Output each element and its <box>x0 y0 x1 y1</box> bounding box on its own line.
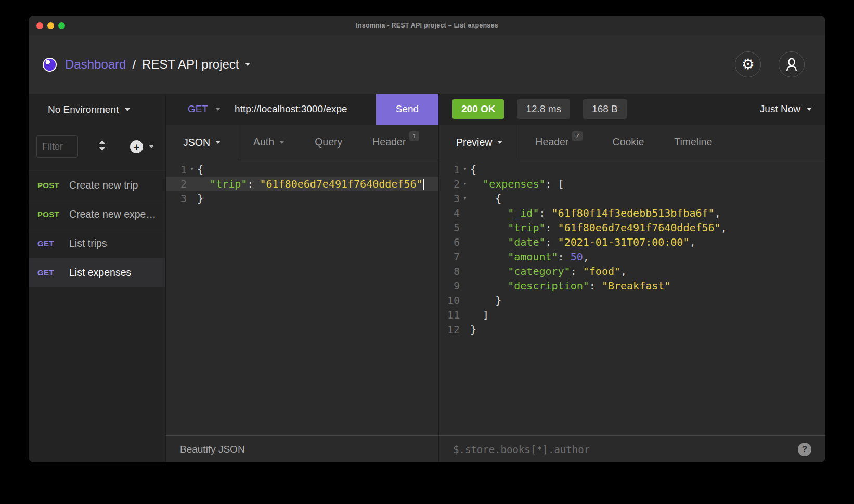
tab-header[interactable]: Header7 <box>520 125 597 160</box>
tab-auth[interactable]: Auth <box>238 125 300 160</box>
main-content: No Environment + POSTCreate new tripPOST… <box>29 94 825 462</box>
tab-header[interactable]: Header1 <box>357 125 434 160</box>
request-name: Create new trip <box>69 179 138 191</box>
line-number: 9 <box>439 278 460 293</box>
code-line-3[interactable]: 3} <box>166 191 438 206</box>
help-button[interactable]: ? <box>798 443 811 456</box>
sidebar-toolbar: + <box>29 126 165 167</box>
user-icon <box>785 58 798 72</box>
chevron-down-icon <box>215 108 221 111</box>
response-footer: ? <box>439 435 825 462</box>
line-number: 6 <box>439 235 460 249</box>
code-line-5[interactable]: 5 "trip": "61f80e6d7e491f7640ddef56", <box>439 220 825 235</box>
code-text: { <box>470 191 501 206</box>
request-item-create-new-expe-[interactable]: POSTCreate new expe… <box>29 200 165 229</box>
code-text: { <box>470 162 476 177</box>
sort-icon[interactable] <box>98 140 107 153</box>
chevron-down-icon[interactable] <box>245 63 250 66</box>
fold-gutter <box>460 206 470 220</box>
tab-json[interactable]: JSON <box>166 125 238 160</box>
fold-caret-icon[interactable]: ▾ <box>460 191 470 206</box>
fold-gutter <box>460 293 470 308</box>
environment-selector[interactable]: No Environment <box>29 94 165 126</box>
tab-preview[interactable]: Preview <box>439 125 520 160</box>
add-request-control[interactable]: + <box>130 140 154 153</box>
response-body-viewer[interactable]: 1▾{2▾ "expenses": [3▾ {4 "_id": "61f80f1… <box>439 160 825 435</box>
code-line-1[interactable]: 1▾{ <box>439 162 825 177</box>
line-number: 2 <box>439 177 460 191</box>
request-name: List trips <box>69 237 107 249</box>
method-tag: POST <box>37 210 69 219</box>
zoom-window-button[interactable] <box>58 22 65 29</box>
code-text: "_id": "61f80f14f3edebb513bfba6f", <box>470 206 721 220</box>
tab-timeline[interactable]: Timeline <box>659 125 727 160</box>
insomnia-logo-icon <box>43 58 57 72</box>
tab-query[interactable]: Query <box>300 125 357 160</box>
chevron-down-icon <box>497 141 502 144</box>
code-line-6[interactable]: 6 "date": "2021-01-31T07:00:00", <box>439 235 825 249</box>
tab-label: JSON <box>183 137 210 149</box>
line-number: 1 <box>439 162 460 177</box>
tab-label: Header <box>535 136 568 148</box>
code-text: } <box>197 191 203 206</box>
question-mark-icon: ? <box>802 444 807 455</box>
fold-gutter <box>460 264 470 278</box>
code-line-2[interactable]: 2▾ "expenses": [ <box>439 177 825 191</box>
minimize-window-button[interactable] <box>47 22 54 29</box>
code-line-7[interactable]: 7 "amount": 50, <box>439 249 825 264</box>
line-number: 3 <box>166 191 187 206</box>
request-name: Create new expe… <box>69 208 156 220</box>
breadcrumb-dashboard-link[interactable]: Dashboard <box>65 57 126 72</box>
header-icons: ⚙ <box>735 51 805 77</box>
fold-caret-icon[interactable]: ▾ <box>460 177 470 191</box>
breadcrumb-separator: / <box>132 57 136 72</box>
line-number: 3 <box>439 191 460 206</box>
code-line-2[interactable]: 2 "trip": "61f80e6d7e491f7640ddef56" <box>166 177 438 191</box>
chevron-down-icon <box>149 145 154 148</box>
code-text: "description": "Breakfast" <box>470 278 670 293</box>
code-line-4[interactable]: 4 "_id": "61f80f14f3edebb513bfba6f", <box>439 206 825 220</box>
method-selector[interactable]: GET <box>188 103 221 115</box>
account-button[interactable] <box>779 51 805 77</box>
request-footer: Beautify JSON <box>166 435 438 462</box>
url-input[interactable]: http://localhost:3000/expe <box>235 103 376 115</box>
app-header: Dashboard / REST API project ⚙ <box>29 35 825 94</box>
fold-caret-icon[interactable]: ▾ <box>187 162 197 177</box>
code-line-8[interactable]: 8 "category": "food", <box>439 264 825 278</box>
gear-icon: ⚙ <box>741 57 754 72</box>
breadcrumb-project[interactable]: REST API project <box>142 57 239 72</box>
method-label: GET <box>188 103 208 115</box>
code-line-10[interactable]: 10 } <box>439 293 825 308</box>
filter-input[interactable] <box>36 135 78 158</box>
code-line-1[interactable]: 1▾{ <box>166 162 438 177</box>
response-filter-input[interactable] <box>453 444 791 455</box>
request-name: List expenses <box>69 267 131 278</box>
beautify-json-button[interactable]: Beautify JSON <box>180 444 245 455</box>
request-item-list-trips[interactable]: GETList trips <box>29 229 165 258</box>
status-badge: 200 OK <box>452 99 504 119</box>
tab-label: Auth <box>253 136 274 148</box>
send-button[interactable]: Send <box>376 94 438 125</box>
request-panel: GET http://localhost:3000/expe Send JSON… <box>165 94 438 462</box>
request-list: POSTCreate new tripPOSTCreate new expe…G… <box>29 170 165 287</box>
code-text: { <box>197 162 203 177</box>
code-line-12[interactable]: 12} <box>439 322 825 337</box>
settings-button[interactable]: ⚙ <box>735 51 761 77</box>
close-window-button[interactable] <box>36 22 43 29</box>
tab-label: Query <box>315 136 342 148</box>
response-history-selector[interactable]: Just Now <box>760 103 812 115</box>
chevron-down-icon <box>125 108 130 111</box>
code-line-3[interactable]: 3▾ { <box>439 191 825 206</box>
request-item-create-new-trip[interactable]: POSTCreate new trip <box>29 170 165 200</box>
line-number: 10 <box>439 293 460 308</box>
tab-count-badge: 1 <box>409 131 419 141</box>
code-line-11[interactable]: 11 ] <box>439 308 825 322</box>
tab-cookie[interactable]: Cookie <box>598 125 659 160</box>
code-text: ] <box>470 308 489 322</box>
code-text: } <box>470 293 501 308</box>
code-line-9[interactable]: 9 "description": "Breakfast" <box>439 278 825 293</box>
fold-caret-icon[interactable]: ▾ <box>460 162 470 177</box>
request-item-list-expenses[interactable]: GETList expenses <box>29 258 165 287</box>
response-meta-bar: 200 OK 12.8 ms 168 B Just Now <box>439 94 825 125</box>
request-body-editor[interactable]: 1▾{2 "trip": "61f80e6d7e491f7640ddef56"3… <box>166 160 438 435</box>
